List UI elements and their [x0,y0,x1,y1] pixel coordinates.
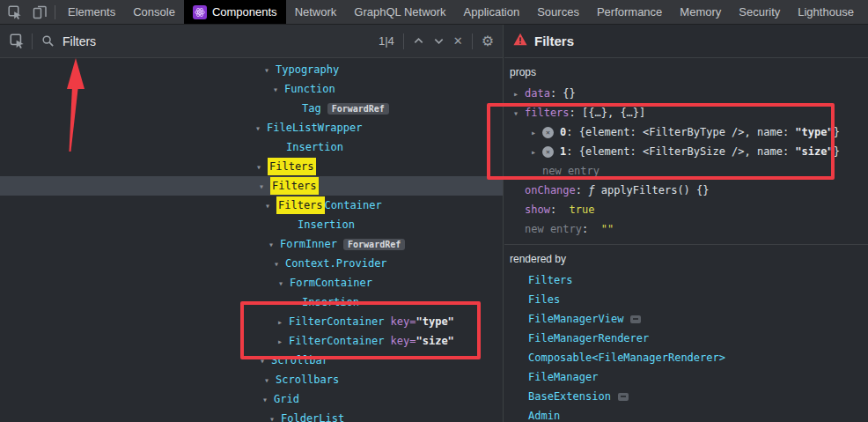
tree-row[interactable]: TagForwardRef [0,99,503,118]
tab-label: Network [295,5,337,19]
tree-part-name: Grid [274,393,299,405]
tree-part-hl: Filters [268,158,316,175]
tab-sources[interactable]: Sources [528,0,588,24]
prop-row[interactable]: ▸data: {} [510,84,868,103]
tab-graphql-network[interactable]: GraphQL Network [345,0,454,24]
tab-network[interactable]: Network [286,0,346,24]
devtools-toolbar-icons [0,0,51,24]
tree-row[interactable]: Insertion [0,215,503,234]
rendered-by-item[interactable]: FileManager [510,367,868,387]
expand-arrow-icon[interactable]: ▾ [264,65,276,75]
delete-entry-button[interactable]: ✕ [542,146,554,158]
clear-search-button[interactable]: ✕ [453,34,463,48]
tree-part-name: Insertion [298,218,355,231]
tree-part-name: FilterContainer [289,315,384,328]
tree-row[interactable]: ▾FormContainer [0,273,503,292]
prop-row[interactable]: new entry: "" [510,219,868,239]
tab-label: Elements [68,5,115,19]
tree-part-hl: Filters [276,196,325,214]
expand-arrow-icon[interactable]: ▸ [277,317,289,327]
tab-performance[interactable]: Performance [588,0,671,24]
expand-arrow-icon[interactable]: ▾ [269,414,281,422]
tree-part-name: Insertion [302,296,359,308]
device-toolbar-icon[interactable] [32,4,48,20]
tree-row[interactable]: ▾Scrollbars [0,370,503,389]
settings-gear-icon[interactable]: ⚙ [482,33,494,49]
prop-part-plain: } [834,145,840,158]
tree-row[interactable]: ▸FilterContainer key="size" [0,331,503,351]
rendered-by-label: BaseExtension [528,390,611,403]
delete-entry-button[interactable]: ✕ [542,127,554,138]
tree-row[interactable]: ▾FiltersContainer [0,196,503,215]
expand-arrow-icon[interactable]: ▾ [260,356,271,366]
rendered-by-item[interactable]: Filters [510,270,868,290]
prop-row[interactable]: ▾filters: [{…}, {…}] [510,103,868,122]
rendered-by-item[interactable]: FileManagerView [510,309,868,329]
prop-part-plain: : {} [550,87,576,100]
search-bar-divider [32,33,33,49]
search-controls: 1|4 ✕ ⚙ [379,33,494,49]
search-controls-divider [403,33,404,49]
prop-row[interactable]: ▸✕0: {element: <FilterByType />, name: "… [510,122,868,142]
prop-part-plain: : {element: [566,126,643,138]
tree-row[interactable]: ▸FilterContainer key="type" [0,312,503,331]
tree-row[interactable]: ▾Filters [0,176,503,196]
tab-security[interactable]: Security [730,0,789,24]
expand-arrow-icon[interactable]: ▾ [265,201,276,211]
expand-arrow-icon[interactable]: ▾ [274,259,285,269]
tab-elements[interactable]: Elements [59,0,124,24]
expand-arrow-icon[interactable]: ▾ [256,162,268,172]
tree-row[interactable]: Insertion [0,292,503,312]
prop-row[interactable]: onChange: ƒ applyFilters() {} [510,181,868,200]
pick-component-icon[interactable] [9,33,25,49]
tree-part-hl: Filters [270,177,319,195]
tree-row[interactable]: ▾Filters [0,157,503,176]
previous-result-button[interactable] [413,35,424,47]
expand-arrow-icon[interactable]: ▾ [264,375,276,385]
rendered-by-item[interactable]: FileManagerRenderer [510,329,868,348]
expand-arrow-icon[interactable]: ▾ [278,278,290,288]
next-result-button[interactable] [433,35,445,47]
rendered-by-label: Files [528,293,560,306]
inspect-element-icon[interactable] [7,4,23,20]
tab-components[interactable]: Components [184,0,286,24]
prop-expand-arrow-icon[interactable]: ▾ [513,108,525,118]
prop-row[interactable]: new entry [510,161,868,181]
rendered-by-item[interactable]: Files [510,290,868,309]
prop-row[interactable]: ▸✕1: {element: <FilterBySize />, name: "… [510,142,868,161]
expand-arrow-icon[interactable]: ▸ [277,337,289,346]
tree-row[interactable]: ▾FormInnerForwardRef [0,234,503,254]
tree-row[interactable]: ▾Scrollbar [0,351,503,370]
rendered-by-item[interactable]: BaseExtension [510,387,868,406]
component-inspector-panel: Filters props ▸data: {}▾filters: [{…}, {… [504,25,868,422]
warning-triangle-icon [513,33,527,49]
tree-row[interactable]: ▾Typography [0,60,503,79]
expand-arrow-icon[interactable]: ▾ [259,181,270,191]
tab-memory[interactable]: Memory [671,0,730,24]
prop-row[interactable]: show: true [510,200,868,219]
inspected-component-name: Filters [534,33,574,48]
tree-row[interactable]: ▾Context.Provider [0,254,503,273]
prop-expand-arrow-icon[interactable]: ▸ [531,128,542,137]
tree-row[interactable]: ▾FileListWrapper [0,118,503,137]
expand-arrow-icon[interactable]: ▾ [273,85,284,94]
expand-arrow-icon[interactable]: ▾ [262,395,274,404]
prop-expand-arrow-icon[interactable]: ▸ [531,147,542,157]
prop-expand-arrow-icon[interactable]: ▸ [513,89,525,99]
tree-part-name: FileListWrapper [267,122,362,134]
prop-part-plain: <FilterBySize /> [643,145,745,158]
tree-row[interactable]: ▾FolderList [0,409,503,422]
expand-arrow-icon[interactable]: ▾ [255,123,267,133]
tab-application[interactable]: Application [455,0,529,24]
tree-row[interactable]: ▾Function [0,79,503,99]
tab-label: Performance [597,5,662,19]
search-input[interactable] [63,34,265,48]
rendered-by-item[interactable]: Admin [510,406,868,422]
tab-lighthouse[interactable]: Lighthouse [789,0,863,24]
tree-row[interactable]: ▾Grid [0,389,503,409]
tree-row[interactable]: Insertion [0,137,503,157]
tree-part-attr: key= [384,335,416,347]
tab-console[interactable]: Console [124,0,184,24]
expand-arrow-icon[interactable]: ▾ [268,240,280,249]
rendered-by-item[interactable]: Composable<FileManagerRenderer> [510,348,868,367]
